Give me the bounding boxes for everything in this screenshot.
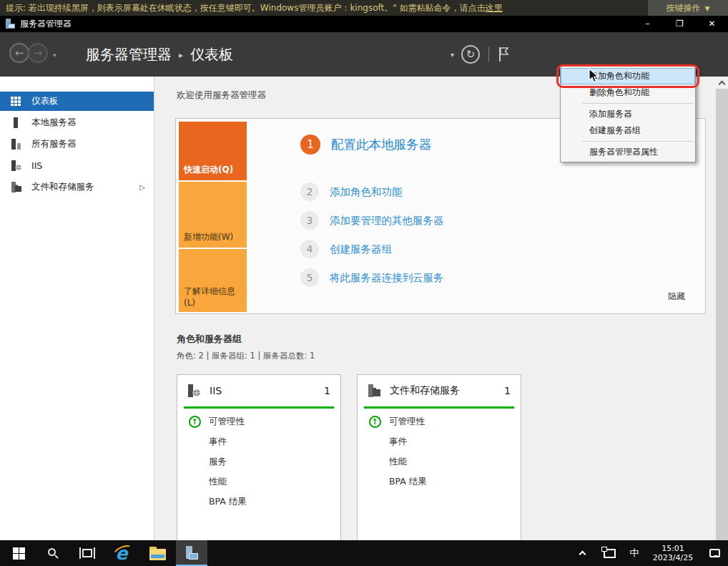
menu-separator [582,103,694,104]
vertical-scrollbar[interactable] [716,77,728,540]
hint-here-link[interactable]: 这里 [486,3,503,13]
scroll-up-icon[interactable] [716,77,728,89]
step-number-badge: 3 [300,211,319,230]
dropdown-arrow-icon: ▼ [705,5,710,12]
task-view-icon [82,549,92,557]
step-number-badge: 4 [300,240,319,258]
scope-dropdown-icon[interactable]: ▾ [451,51,454,59]
server-manager-app-icon [5,19,16,29]
sidebar-item-iis[interactable]: IIS [0,156,154,175]
tile-row-manageability[interactable]: ↑ 可管理性 [358,411,521,431]
dashboard-grid-icon [11,97,25,107]
flag-icon[interactable] [498,47,509,62]
search-icon [48,548,58,558]
server-icon [11,117,25,128]
internet-explorer-icon: e [116,545,128,562]
tile-row-label: 可管理性 [209,416,245,428]
hidden-icons-chevron[interactable] [569,550,595,557]
sidebar-item-label: 文件和存储服务 [31,181,94,193]
restore-button[interactable]: ❐ [664,16,696,32]
file-explorer-button[interactable] [142,540,173,566]
back-button[interactable]: ← [9,43,29,63]
tile-row-manageability[interactable]: ↑ 可管理性 [177,411,340,431]
refresh-icon[interactable]: ↻ [461,45,480,64]
menu-item-add-servers[interactable]: 添加服务器 [561,106,695,122]
expand-arrow-icon[interactable]: ▷ [139,183,145,191]
whats-new-tab[interactable]: 新增功能(W) [179,182,247,248]
ime-indicator[interactable]: 中 [624,547,645,560]
search-button[interactable] [37,540,69,566]
menu-item-label: 删除角色和功能 [589,87,649,97]
file-storage-icon [368,384,381,397]
tile-header: IIS 1 [177,375,340,406]
task-view-button[interactable] [72,540,103,566]
system-tray: 中 15:01 2023/4/25 [569,540,728,566]
learn-more-label: 了解详细信息(L) [184,286,247,308]
step-number-badge: 5 [300,268,319,287]
roles-section-heading: 角色和服务器组 [177,333,242,346]
tile-row-performance[interactable]: 性能 [177,472,340,492]
servers-icon [11,139,25,150]
step-add-other-servers: 3 添加要管理的其他服务器 [300,211,444,230]
step-link[interactable]: 添加要管理的其他服务器 [330,214,444,228]
learn-more-tab[interactable]: 了解详细信息(L) [179,249,247,312]
tile-title[interactable]: 文件和存储服务 [390,384,460,397]
scrollbar-track[interactable] [716,89,728,540]
menu-item-create-server-group[interactable]: 创建服务器组 [561,122,695,139]
hint-bar: 提示: 若出现持续黑屏，则表示屏幕处在休眠状态，按任意键即可。Windows管理… [0,0,728,16]
tile-row-bpa-results[interactable]: BPA 结果 [177,492,340,512]
role-tile-iis: IIS 1 ↑ 可管理性 事件 服务 性能 [177,374,341,540]
sidebar-item-file-storage-services[interactable]: 文件和存储服务 ▷ [0,177,154,197]
internet-explorer-button[interactable]: e [106,540,137,566]
breadcrumb-root[interactable]: 服务器管理器 [86,45,172,64]
tile-row-label: 性能 [209,476,227,488]
file-storage-icon [11,182,25,192]
window-title: 服务器管理器 [20,16,72,32]
menu-item-remove-roles-features[interactable]: 删除角色和功能 [561,84,695,101]
tile-row-events[interactable]: 事件 [177,431,340,452]
history-dropdown-icon[interactable]: ▾ [53,52,56,59]
step-link[interactable]: 配置此本地服务器 [331,136,431,153]
tile-row-performance[interactable]: 性能 [358,452,521,472]
up-arrow-status-icon: ↑ [189,416,201,428]
close-button[interactable]: ✕ [696,16,728,32]
tile-row-events[interactable]: 事件 [358,431,521,452]
menu-item-label: 添加角色和功能 [589,71,649,81]
whats-new-label: 新增功能(W) [184,231,233,243]
step-number-badge: 2 [300,182,319,201]
iis-icon [187,384,201,397]
hide-link[interactable]: 隐藏 [668,291,685,303]
tile-title[interactable]: IIS [210,385,222,396]
clock[interactable]: 15:01 2023/4/25 [645,544,701,563]
tile-row-services[interactable]: 服务 [177,452,340,472]
sidebar-item-all-servers[interactable]: 所有服务器 [0,135,154,154]
key-actions-button[interactable]: 按键操作▼ [648,0,728,16]
title-bar: 服务器管理器 – ❐ ✕ [0,16,728,32]
sidebar-item-local-server[interactable]: 本地服务器 [0,113,154,132]
forward-button[interactable]: → [28,43,48,63]
menu-item-server-manager-properties[interactable]: 服务器管理器属性 [561,144,695,160]
menu-item-add-roles-features[interactable]: 添加角色和功能 [561,68,695,84]
menu-separator [582,141,694,142]
step-connect-cloud-services: 5 将此服务器连接到云服务 [300,268,444,287]
quick-start-label: 快速启动(Q) [184,164,233,176]
notification-center-icon[interactable] [701,549,728,557]
sidebar: 仪表板 本地服务器 所有服务器 IIS [0,77,154,540]
sidebar-item-label: 本地服务器 [31,117,77,129]
quick-start-tab[interactable]: 快速启动(Q) [179,122,247,180]
menu-item-label: 创建服务器组 [589,125,641,135]
step-link[interactable]: 创建服务器组 [330,243,392,256]
quick-start-column: 快速启动(Q) 新增功能(W) 了解详细信息(L) [179,122,247,312]
tile-row-bpa-results[interactable]: BPA 结果 [358,472,521,492]
menu-item-label: 添加服务器 [589,109,632,119]
step-link[interactable]: 将此服务器连接到云服务 [330,271,444,285]
server-manager-taskbar-button[interactable] [176,540,207,566]
manage-menu-dropdown: 添加角色和功能 删除角色和功能 添加服务器 创建服务器组 服务器管理器属性 [560,66,696,162]
sidebar-item-dashboard[interactable]: 仪表板 [0,92,154,111]
step-link[interactable]: 添加角色和功能 [330,185,403,199]
start-button[interactable] [3,540,34,566]
sidebar-item-label: 所有服务器 [31,138,77,150]
iis-icon [11,160,25,171]
minimize-button[interactable]: – [631,16,664,32]
network-icon[interactable] [595,549,624,558]
